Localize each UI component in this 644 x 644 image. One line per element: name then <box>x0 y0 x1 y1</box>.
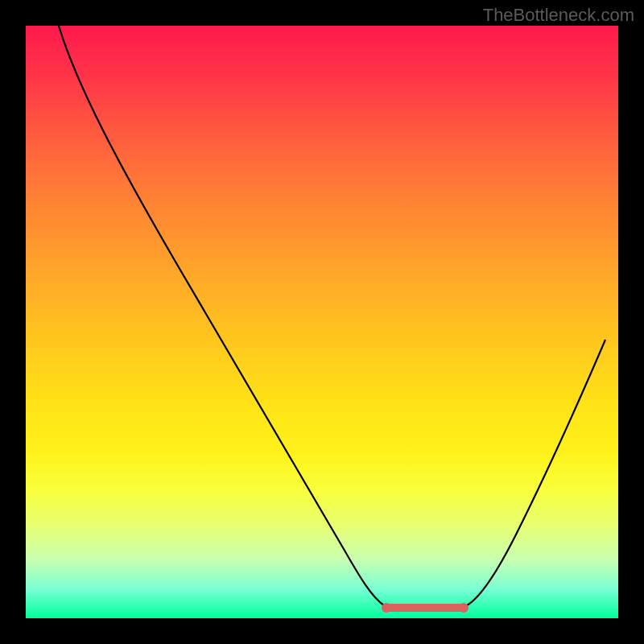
chart-plot-area <box>26 26 618 618</box>
optimal-range-start-dot <box>382 603 391 613</box>
watermark-text: TheBottleneck.com <box>483 5 634 26</box>
optimal-range-end-dot <box>459 603 469 613</box>
bottleneck-curve-line <box>56 26 605 609</box>
chart-svg <box>26 26 618 618</box>
